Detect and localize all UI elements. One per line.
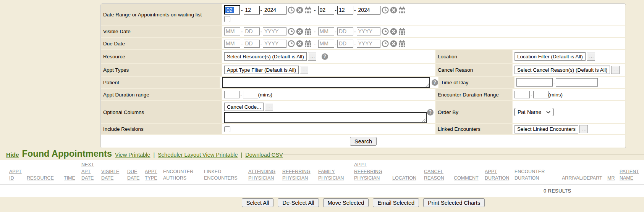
mm-input[interactable] [318,6,334,14]
clock-icon[interactable] [288,6,295,14]
clear-icon[interactable] [390,40,397,47]
dd-input[interactable] [337,6,353,14]
calendar-icon[interactable] [398,28,406,35]
clock-icon[interactable] [288,40,295,47]
clear-icon[interactable] [296,28,303,35]
cancel-reason-browse-button[interactable]: ... [611,66,620,74]
calendar-icon[interactable] [304,40,312,47]
time-of-day-end-input[interactable] [556,78,598,87]
dd-input[interactable] [244,6,260,14]
calendar-icon[interactable] [304,28,312,35]
yyyy-input[interactable] [357,27,380,35]
location-browse-button[interactable]: ... [587,53,595,61]
yyyy-input[interactable] [357,40,380,48]
mm-input[interactable]: 02 [224,5,240,14]
results-title: Found Appointments [22,149,112,159]
appt-types-filter-box[interactable]: Appt Type Filter (Default is All) [224,66,299,74]
column-header-mr[interactable]: MR [607,175,620,182]
column-header-cancel-reason[interactable]: CANCEL REASON [424,169,454,182]
optional-columns-help-icon[interactable]: ? [427,109,434,116]
email-selected-button[interactable]: Email Selected [373,198,419,207]
column-header-appt-id[interactable]: APPT ID [9,169,27,182]
mm-input[interactable] [224,40,240,48]
optional-columns-browse-button[interactable]: ... [265,103,273,111]
column-header-referring-physician[interactable]: REFERRING PHYSICIAN [282,169,318,182]
time-of-day-start-input[interactable] [516,78,553,87]
print-selected-charts-button[interactable]: Print Selected Charts [423,198,485,207]
clear-icon[interactable] [296,40,303,47]
column-header-appt-type[interactable]: APPT TYPE [145,169,163,182]
clock-icon[interactable] [382,40,389,47]
column-header-comment[interactable]: COMMENT [454,175,485,182]
resource-filter-box[interactable]: Select Resource(s) (Default is All) [224,52,307,61]
yyyy-input[interactable] [263,27,286,35]
column-header-time[interactable]: TIME [64,175,81,182]
filter-row-due-date: Due Date -- - -- [101,38,625,49]
column-header-next-apt-date[interactable]: NEXT APT DATE [81,162,101,182]
download-csv-link[interactable]: Download CSV [245,152,283,158]
column-header-family-physician[interactable]: FAMILY PHYSICIAN [318,169,354,182]
dd-input[interactable] [244,27,260,35]
clock-icon[interactable] [382,6,389,14]
column-header-appt-referring-physician[interactable]: APPT REFERRING PHYSICIAN [354,162,392,182]
field-separator: - [553,80,555,85]
calendar-icon[interactable] [398,6,406,14]
move-selected-button[interactable]: Move Selected [323,198,369,207]
encounter-duration-min-input[interactable] [515,91,530,98]
column-header-location[interactable]: LOCATION [392,175,424,182]
field-separator: - [241,29,243,34]
appt-duration-min-input[interactable] [224,91,239,98]
linked-encounters-browse-button[interactable]: ... [579,125,588,133]
search-button[interactable]: Search [350,137,377,146]
cancel-reason-filter-box[interactable]: Select Cancel Reason(s) (Default is All) [515,66,610,74]
location-filter-box[interactable]: Location Filter (Default is All) [515,52,586,61]
waiting-list-checkbox[interactable] [224,16,230,22]
linked-encounters-box[interactable]: Select Linked Encounters [515,125,578,133]
column-header-visible-date[interactable]: VISIBLE DATE [101,169,127,182]
linked-encounters-cell: Select Linked Encounters ... [513,124,625,134]
column-header-resource[interactable]: RESOURCE [27,175,64,182]
column-header-due-date[interactable]: DUE DATE [127,169,145,182]
include-revisions-checkbox[interactable] [224,126,230,132]
de-select-all-button[interactable]: De-Select All [278,198,319,207]
hide-link[interactable]: Hide [6,151,19,158]
clock-icon[interactable] [382,28,389,35]
appt-duration-max-input[interactable] [243,91,258,98]
yyyy-input[interactable] [263,6,286,14]
dd-input[interactable] [337,40,353,48]
link-separator: | [241,152,243,158]
clear-icon[interactable] [296,6,303,14]
dd-input[interactable] [337,27,353,35]
filter-panel: Date Range or Appointments on waiting li… [100,3,626,148]
order-by-select[interactable]: Pat Name [515,108,553,116]
dd-input[interactable] [244,40,260,48]
optional-columns-box[interactable]: Cancel Code... [224,103,264,111]
column-header-attending-physician[interactable]: ATTENDING PHYSICIAN [248,169,282,182]
yyyy-input[interactable] [357,6,380,14]
clear-icon[interactable] [390,28,397,35]
patient-input[interactable] [222,77,430,88]
yyyy-input[interactable] [263,40,286,48]
scheduler-layout-view-printable-link[interactable]: Scheduler Layout View Printable [158,152,238,158]
cancel-reason-cell: Select Cancel Reason(s) (Default is All)… [513,64,625,76]
resource-help-icon[interactable]: ? [322,53,328,60]
optional-columns-textarea[interactable] [224,112,427,123]
mm-input[interactable] [318,40,334,48]
calendar-icon[interactable] [304,6,312,14]
mm-input[interactable] [224,27,240,35]
mm-input[interactable] [318,27,334,35]
visible-date-label: Visible Date [101,26,222,37]
clear-icon[interactable] [390,6,397,14]
view-printable-link[interactable]: View Printable [115,152,150,158]
encounter-duration-max-input[interactable] [533,91,549,98]
optional-columns-cell: Cancel Code... ... ? [222,101,435,123]
select-all-button[interactable]: Select All [242,198,274,207]
column-header-patient-name[interactable]: PATIENT NAME [620,169,644,182]
patient-help-icon[interactable]: ? [432,79,438,86]
calendar-icon[interactable] [398,40,406,47]
resource-browse-button[interactable]: ... [308,53,316,61]
appt-types-browse-button[interactable]: ... [300,66,308,74]
clock-icon[interactable] [288,28,295,35]
column-header-appt-duration[interactable]: APPT DURATION [485,169,515,182]
patient-label-text: Patient [103,80,119,85]
